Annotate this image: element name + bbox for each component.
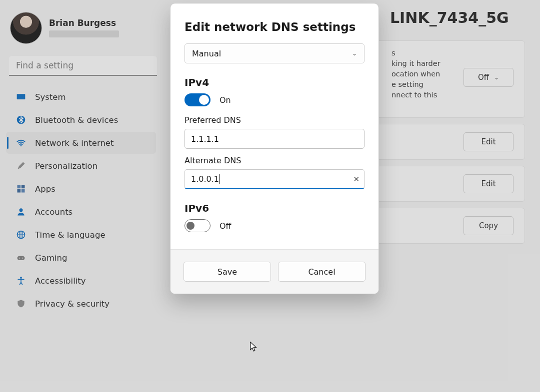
- accessibility-icon: [16, 276, 26, 286]
- alternate-dns-label: Alternate DNS: [184, 156, 364, 165]
- sidebar-item-gaming[interactable]: Gaming: [6, 247, 156, 269]
- sidebar-item-system[interactable]: System: [6, 86, 156, 108]
- sidebar-item-label: Personalization: [35, 161, 98, 171]
- user-name: Brian Burgess: [49, 19, 119, 27]
- mouse-cursor-icon: [250, 342, 259, 353]
- user-email-redacted: [49, 30, 119, 37]
- system-icon: [16, 92, 26, 102]
- clock-globe-icon: [16, 230, 26, 240]
- svg-rect-6: [18, 189, 21, 193]
- search-input[interactable]: [9, 56, 157, 76]
- sidebar-item-accounts[interactable]: Accounts: [6, 201, 156, 223]
- apps-icon: [16, 184, 26, 194]
- sidebar-item-label: Bluetooth & devices: [35, 115, 118, 125]
- svg-rect-7: [22, 189, 25, 193]
- save-button[interactable]: Save: [184, 262, 271, 282]
- sidebar-item-network[interactable]: Network & internet: [6, 132, 156, 154]
- edit-button[interactable]: Edit: [464, 132, 514, 151]
- wifi-icon: [16, 138, 26, 148]
- dns-mode-select[interactable]: Manual ⌄: [184, 43, 364, 63]
- sidebar-item-label: Accessibility: [35, 276, 86, 286]
- sidebar-item-bluetooth[interactable]: Bluetooth & devices: [6, 109, 156, 131]
- dns-settings-dialog: Edit network DNS settings Manual ⌄ IPv4 …: [170, 3, 379, 294]
- sidebar-item-label: Apps: [35, 184, 56, 194]
- svg-point-3: [20, 145, 22, 147]
- preferred-dns-input[interactable]: [184, 129, 364, 149]
- sidebar-item-label: Accounts: [35, 207, 72, 217]
- alternate-dns-input[interactable]: 1.0.0.1: [184, 169, 364, 189]
- sidebar-item-personalization[interactable]: Personalization: [6, 155, 156, 177]
- sidebar-item-accessibility[interactable]: Accessibility: [6, 270, 156, 292]
- avatar: [10, 12, 42, 44]
- svg-rect-4: [18, 185, 21, 189]
- preferred-dns-label: Preferred DNS: [184, 115, 364, 125]
- sidebar-item-privacy[interactable]: Privacy & security: [6, 293, 156, 315]
- ipv4-toggle-label: On: [220, 95, 231, 105]
- cancel-button[interactable]: Cancel: [278, 262, 366, 282]
- nav-list: System Bluetooth & devices Network & int…: [6, 86, 156, 315]
- ipv4-toggle[interactable]: [184, 93, 210, 106]
- sidebar-item-apps[interactable]: Apps: [6, 178, 156, 200]
- ipv6-toggle[interactable]: [184, 219, 210, 232]
- select-value: Manual: [192, 49, 221, 58]
- sidebar: Brian Burgess System Bluetooth & devices…: [0, 0, 160, 392]
- sidebar-item-label: System: [35, 92, 66, 102]
- svg-rect-0: [17, 94, 26, 99]
- copy-button[interactable]: Copy: [464, 216, 514, 235]
- svg-point-8: [20, 208, 23, 212]
- sidebar-item-time-language[interactable]: Time & language: [6, 224, 156, 246]
- svg-rect-11: [18, 256, 25, 260]
- ipv6-toggle-label: Off: [220, 221, 232, 231]
- chevron-down-icon: ⌄: [494, 74, 499, 81]
- brush-icon: [16, 161, 26, 171]
- person-icon: [16, 207, 26, 217]
- gaming-icon: [16, 253, 26, 263]
- svg-point-13: [22, 258, 23, 259]
- sidebar-item-label: Privacy & security: [35, 299, 110, 309]
- sidebar-item-label: Time & language: [35, 230, 106, 240]
- svg-point-14: [20, 277, 22, 279]
- ipv6-heading: IPv6: [184, 202, 364, 214]
- bluetooth-icon: [16, 115, 26, 125]
- shield-icon: [16, 299, 26, 309]
- clear-input-icon[interactable]: ✕: [353, 175, 360, 184]
- sidebar-item-label: Gaming: [35, 253, 68, 263]
- edit-button[interactable]: Edit: [464, 174, 514, 193]
- svg-rect-5: [22, 185, 25, 189]
- svg-point-12: [19, 258, 20, 259]
- network-profile-toggle[interactable]: Off ⌄: [464, 68, 514, 87]
- account-header[interactable]: Brian Burgess: [6, 9, 156, 52]
- chevron-down-icon: ⌄: [352, 50, 357, 57]
- dialog-title: Edit network DNS settings: [184, 20, 364, 33]
- sidebar-item-label: Network & internet: [35, 138, 114, 148]
- ipv4-heading: IPv4: [184, 76, 364, 88]
